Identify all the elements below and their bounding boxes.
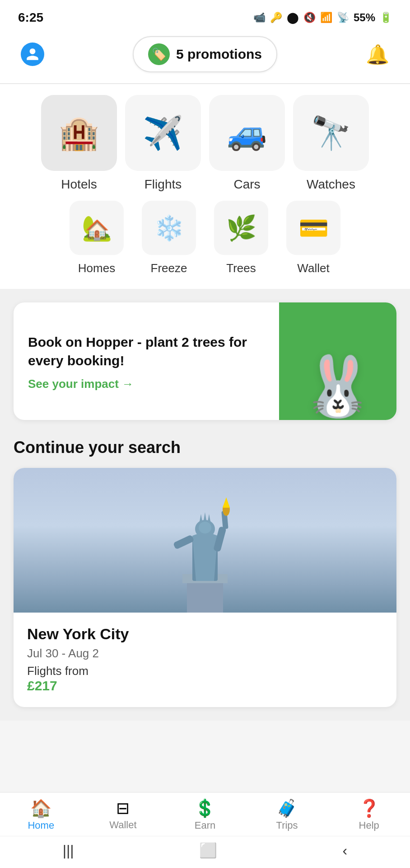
svg-marker-3 [192, 531, 218, 581]
hotels-icon-box: 🏨 [41, 95, 117, 171]
continue-search-section: Continue your search [0, 434, 410, 721]
banner-title: Book on Hopper - plant 2 trees for every… [28, 333, 265, 370]
svg-point-13 [199, 522, 211, 533]
banner-text: Book on Hopper - plant 2 trees for every… [14, 302, 279, 420]
back-button[interactable]: ‹ [343, 842, 348, 859]
trees-icon-box: 🌿 [214, 201, 268, 255]
svg-marker-11 [204, 512, 206, 520]
mute-icon: 🔇 [303, 12, 316, 24]
category-homes[interactable]: 🏡 Homes [70, 201, 124, 275]
watches-icon-box: 🔭 [293, 95, 369, 171]
continue-search-title: Continue your search [14, 438, 396, 457]
homes-label: Homes [78, 261, 115, 275]
status-bar: 6:25 📹 🔑 ⬤ 🔇 📶 📡 55% 🔋 [0, 0, 410, 32]
wifi-icon: 📶 [320, 12, 332, 24]
promotions-text: 5 promotions [176, 47, 262, 62]
card-from-label: Flights from £217 [27, 664, 383, 693]
cars-icon-box: 🚙 [209, 95, 285, 171]
banner-image: 🐰 [279, 302, 396, 420]
nav-items: 🏠 Home ⊟ Wallet 💲 Earn 🧳 Trips ❓ Help [0, 793, 410, 836]
help-nav-icon: ❓ [359, 800, 380, 817]
nav-wallet[interactable]: ⊟ Wallet [100, 800, 145, 831]
help-nav-label: Help [359, 820, 379, 831]
battery-icon: 🔋 [380, 12, 392, 24]
promo-badge: 🏷️ [148, 43, 170, 65]
banner-link[interactable]: See your impact → [28, 377, 265, 391]
freeze-label: Freeze [151, 261, 187, 275]
svg-marker-12 [208, 514, 210, 521]
category-freeze[interactable]: ❄️ Freeze [142, 201, 196, 275]
banner-card[interactable]: Book on Hopper - plant 2 trees for every… [14, 302, 396, 420]
watches-label: Watches [307, 177, 355, 192]
home-nav-icon: 🏠 [30, 800, 51, 817]
freeze-icon-box: ❄️ [142, 201, 196, 255]
recent-apps-button[interactable]: ||| [63, 842, 74, 859]
earn-nav-label: Earn [195, 820, 215, 831]
svg-rect-0 [187, 581, 223, 613]
nav-home[interactable]: 🏠 Home [19, 800, 64, 831]
wallet-label: Wallet [297, 261, 329, 275]
category-cars[interactable]: 🚙 Cars [209, 95, 285, 192]
earn-nav-icon: 💲 [194, 800, 215, 817]
nyc-image [14, 468, 396, 613]
flights-icon-box: ✈️ [125, 95, 201, 171]
category-section: 🏨 Hotels ✈️ Flights 🚙 Cars 🔭 Watches 🏡 H… [0, 84, 410, 289]
bottom-nav: 🏠 Home ⊟ Wallet 💲 Earn 🧳 Trips ❓ Help ||… [0, 792, 410, 868]
home-nav-label: Home [28, 820, 54, 831]
category-wallet[interactable]: 💳 Wallet [286, 201, 340, 275]
trees-label: Trees [226, 261, 256, 275]
nav-earn[interactable]: 💲 Earn [182, 800, 228, 831]
search-card-nyc[interactable]: New York City Jul 30 - Aug 2 Flights fro… [14, 468, 396, 707]
system-nav: ||| ⬜ ‹ [0, 836, 410, 868]
wallet-nav-label: Wallet [109, 819, 136, 831]
card-dates: Jul 30 - Aug 2 [27, 646, 383, 660]
flights-label: Flights [144, 177, 182, 192]
bunny-mascot: 🐰 [301, 357, 374, 415]
video-icon: 📹 [253, 12, 266, 24]
category-trees[interactable]: 🌿 Trees [214, 201, 268, 275]
banner-section: Book on Hopper - plant 2 trees for every… [0, 289, 410, 434]
wallet-nav-icon: ⊟ [116, 800, 130, 816]
svg-marker-8 [223, 497, 230, 508]
home-button[interactable]: ⬜ [199, 842, 217, 859]
key-icon: 🔑 [270, 12, 282, 24]
category-row-2: 🏡 Homes ❄️ Freeze 🌿 Trees 💳 Wallet [14, 201, 396, 275]
status-time: 6:25 [18, 10, 43, 25]
bell-icon: 🔔 [366, 43, 389, 66]
category-row-1: 🏨 Hotels ✈️ Flights 🚙 Cars 🔭 Watches [14, 95, 396, 192]
cars-label: Cars [233, 177, 260, 192]
trips-nav-label: Trips [276, 820, 298, 831]
notification-button[interactable]: 🔔 [363, 40, 392, 69]
card-price: £217 [27, 678, 57, 693]
avatar [21, 42, 44, 66]
svg-marker-10 [200, 514, 202, 521]
category-flights[interactable]: ✈️ Flights [125, 95, 201, 192]
bluetooth-icon: ⬤ [287, 11, 299, 24]
nav-trips[interactable]: 🧳 Trips [265, 800, 310, 831]
svg-rect-4 [173, 534, 195, 550]
battery-text: 55% [354, 11, 375, 24]
nav-help[interactable]: ❓ Help [346, 800, 391, 831]
statue-svg [160, 472, 250, 613]
signal-icon: 📡 [337, 12, 349, 24]
homes-icon-box: 🏡 [70, 201, 124, 255]
trips-nav-icon: 🧳 [276, 800, 298, 817]
promotions-pill[interactable]: 🏷️ 5 promotions [133, 36, 277, 72]
category-watches[interactable]: 🔭 Watches [293, 95, 369, 192]
card-city: New York City [27, 625, 383, 643]
wallet-icon-box: 💳 [286, 201, 340, 255]
avatar-button[interactable] [18, 40, 47, 69]
hotels-label: Hotels [61, 177, 97, 192]
header: 🏷️ 5 promotions 🔔 [0, 32, 410, 83]
category-hotels[interactable]: 🏨 Hotels [41, 95, 117, 192]
card-info: New York City Jul 30 - Aug 2 Flights fro… [14, 613, 396, 707]
status-icons: 📹 🔑 ⬤ 🔇 📶 📡 55% 🔋 [253, 11, 392, 24]
